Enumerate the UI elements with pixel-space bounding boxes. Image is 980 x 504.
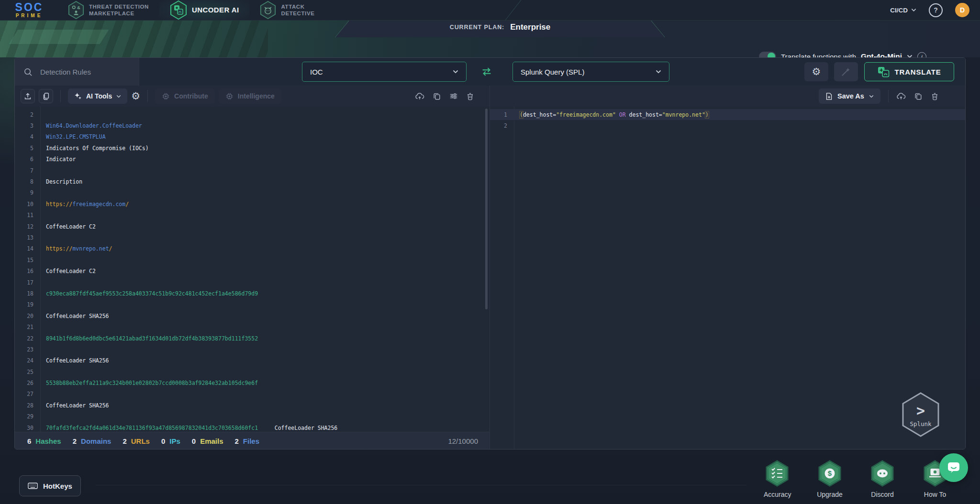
badge-accuracy[interactable]: Accuracy [764, 460, 791, 498]
nav-item-label: Threat Detection Marketplace [89, 3, 149, 17]
line-content: 8941b1f6d8b6ed0dbc5e61421abad3f1634d01db… [40, 335, 258, 342]
line-content: https://mvnrepo.net/ [40, 245, 112, 252]
intelligence-button[interactable]: Intelligence [219, 88, 281, 104]
hotkeys-button[interactable]: HotKeys [19, 475, 81, 496]
contribute-button[interactable]: Contribute [155, 88, 215, 104]
line-content: 70fafd3fefca2fd4a061d34e781136f93a47d856… [40, 425, 337, 431]
line-content: CoffeeLoader SHA256 [40, 313, 109, 319]
ai-tools-dropdown[interactable]: AI Tools [68, 88, 127, 104]
status-ips: 0IPs [161, 437, 180, 445]
search-input[interactable] [39, 67, 136, 77]
code-token: CoffeeLoader C2 [46, 223, 96, 230]
file-plus-icon [825, 92, 833, 100]
splunk-platform-badge[interactable]: > Splunk [901, 392, 940, 438]
save-as-dropdown[interactable]: Save As [819, 88, 880, 104]
cloud-upload-icon[interactable] [896, 92, 906, 101]
code-token: / [125, 201, 129, 208]
line-number: 30 [15, 425, 40, 431]
status-count: 0 [192, 437, 196, 445]
editor-line: 7 [15, 165, 490, 176]
editor-line: 6Indicator [15, 154, 490, 165]
line-number: 19 [15, 301, 40, 308]
cicd-label: CI/CD [890, 7, 908, 14]
translation-settings-button[interactable]: ⚙ [804, 62, 828, 81]
accuracy-icon [764, 460, 791, 487]
editor-settings-gear-icon[interactable]: ⚙ [131, 91, 140, 101]
nav-item-attack[interactable]: Attack Detective [249, 0, 325, 20]
code-token: OR [619, 111, 626, 118]
badge-upgrade[interactable]: $Upgrade [816, 460, 843, 498]
trash-icon[interactable] [931, 92, 939, 100]
line-number: 7 [15, 167, 40, 174]
chip-icon [225, 92, 234, 100]
source-language-select[interactable]: IOC [302, 62, 467, 82]
line-number: 2 [15, 111, 40, 118]
target-editor[interactable]: > Splunk 1(dest_host="freeimagecdn.com" … [490, 107, 966, 449]
help-icon[interactable]: ? [929, 3, 943, 17]
editor-line: 23 [15, 344, 490, 355]
soc-prime-logo[interactable]: SOC PRIME [12, 2, 46, 18]
magic-wand-button[interactable] [834, 62, 858, 81]
status-label: URLs [131, 437, 150, 445]
upload-rule-button[interactable] [21, 89, 35, 103]
translate-icon [878, 66, 890, 77]
footer-divider [96, 485, 746, 485]
chevron-down-icon [911, 8, 916, 12]
badge-discord[interactable]: Discord [869, 460, 896, 498]
status-label: Files [243, 437, 259, 445]
line-number: 22 [15, 335, 40, 342]
line-content: Description [40, 178, 82, 185]
copy-icon[interactable] [914, 92, 923, 100]
line-content: https://freeimagecdn.com/ [40, 201, 129, 208]
editor-line: 265538b88eb2effa211a9c324b001e02802b7ccd… [15, 377, 490, 388]
editor-line: 12CoffeeLoader C2 [15, 221, 490, 232]
line-number: 1 [490, 111, 514, 118]
line-content: Indicators Of Compromise (IOCs) [40, 145, 149, 152]
chat-widget-button[interactable] [939, 453, 968, 482]
chevron-down-icon [453, 70, 458, 74]
editor-line: 28CoffeeLoader SHA256 [15, 400, 490, 411]
copy-icon[interactable] [433, 92, 441, 100]
status-urls: 2URLs [122, 437, 150, 445]
status-label: Hashes [35, 437, 61, 445]
line-number: 20 [15, 313, 40, 319]
nav-item-marketplace[interactable]: &Threat Detection Marketplace [57, 0, 159, 20]
gear-icon: ⚙ [812, 67, 821, 77]
cicd-dropdown[interactable]: CI/CD [890, 7, 916, 14]
swap-languages-icon[interactable] [480, 66, 493, 78]
source-editor[interactable]: 23Win64.Downloader.CoffeeLoader4Win32.LP… [15, 107, 490, 432]
translate-button[interactable]: TRANSLATE [864, 62, 954, 81]
line-number: 18 [15, 290, 40, 297]
line-content: CoffeeLoader SHA256 [40, 402, 109, 409]
splunk-glyph: > [901, 402, 940, 419]
open-documents-button[interactable] [39, 89, 53, 103]
line-number: 6 [15, 156, 40, 163]
editor-line: 10https://freeimagecdn.com/ [15, 198, 490, 209]
line-content: Indicator [40, 156, 76, 163]
line-number: 26 [15, 380, 40, 386]
line-number: 12 [15, 223, 40, 230]
code-token: / [109, 245, 112, 252]
nav-item-uncoder[interactable]: UNCODER AI [159, 0, 249, 20]
editor-line: 5Indicators Of Compromise (IOCs) [15, 142, 490, 153]
line-number: 2 [490, 122, 514, 129]
status-label: IPs [169, 437, 180, 445]
editor-toolbar-row: AI Tools ⚙ Contribute Intelligence [15, 86, 965, 107]
avatar[interactable]: D [955, 3, 969, 17]
logo-line2: PRIME [12, 13, 46, 18]
sliders-icon[interactable] [449, 92, 458, 100]
line-number: 21 [15, 324, 40, 330]
logo-line1: SOC [12, 2, 46, 13]
trash-icon[interactable] [466, 92, 474, 100]
quota-counter: 12/10000 [448, 437, 478, 445]
editor-line: 3Win64.Downloader.CoffeeLoader [15, 120, 490, 131]
current-plan-value: Enterprise [510, 22, 550, 32]
line-number: 29 [15, 413, 40, 420]
line-content: 5538b88eb2effa211a9c324b001e02802b7ccd00… [40, 380, 258, 386]
cloud-upload-icon[interactable] [415, 92, 424, 101]
code-token: freeimagecdn.com [72, 201, 125, 208]
target-language-select[interactable]: Splunk Query (SPL) [512, 62, 669, 82]
upgrade-icon: $ [816, 460, 843, 487]
code-token: 5538b88eb2effa211a9c324b001e02802b7ccd00… [46, 380, 258, 386]
code-token: Description [46, 178, 82, 185]
